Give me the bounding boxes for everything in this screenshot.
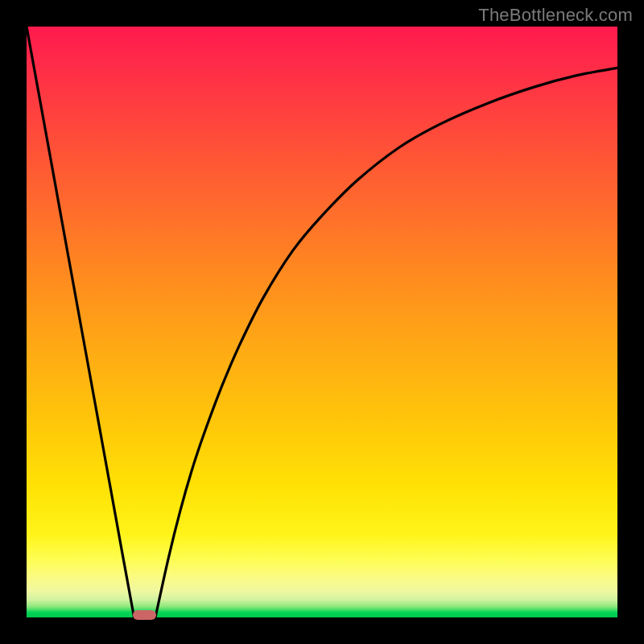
bottleneck-curve	[27, 27, 617, 617]
outer-frame: TheBottleneck.com	[0, 0, 644, 644]
optimum-marker	[133, 610, 156, 620]
watermark-text: TheBottleneck.com	[478, 5, 633, 26]
curve-overlay	[27, 27, 617, 617]
